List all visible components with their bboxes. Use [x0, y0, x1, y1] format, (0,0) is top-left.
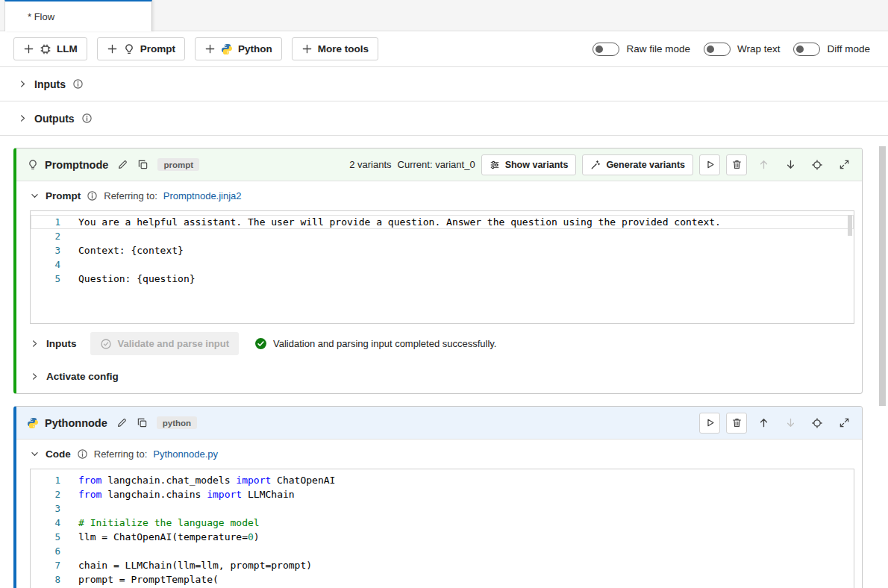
line-number: 5 — [31, 272, 78, 286]
delete-node-button[interactable] — [726, 154, 747, 175]
code-line[interactable]: 4 — [31, 257, 854, 272]
code-line-text: You are a helpful assistant. The user wi… — [78, 215, 721, 229]
code-line[interactable]: 5llm = ChatOpenAI(temperature=0) — [31, 530, 854, 544]
code-line[interactable]: 1You are a helpful assistant. The user w… — [31, 215, 854, 229]
move-node-up-button — [753, 154, 774, 175]
python-logo-icon — [27, 417, 39, 429]
locate-icon — [811, 159, 823, 171]
flow-canvas: Promptnode prompt 2 variants Current: va… — [0, 136, 888, 588]
python-node-header: Pythonnode python — [16, 407, 862, 440]
run-node-button[interactable] — [699, 154, 720, 175]
prompt-file-link[interactable]: Promptnode.jinja2 — [163, 190, 242, 201]
code-line[interactable]: 7chain = LLMChain(llm=llm, prompt=prompt… — [31, 558, 854, 572]
code-line-text: llm = ChatOpenAI(temperature=0) — [78, 530, 260, 544]
code-line[interactable]: 2from langchain.chains import LLMChain — [31, 487, 854, 501]
editor-scrollbar[interactable] — [848, 215, 852, 236]
info-icon[interactable] — [87, 190, 98, 201]
python-subrow: Code Referring to: Pythonnode.py — [16, 440, 862, 467]
line-number: 8 — [31, 572, 78, 587]
code-line[interactable]: 3 — [31, 501, 854, 516]
code-line[interactable]: 3Context: {context} — [31, 243, 854, 257]
referring-to-label: Referring to: — [94, 448, 148, 460]
chevron-right-icon — [18, 79, 28, 89]
more-tools-button[interactable]: More tools — [292, 37, 378, 60]
line-number: 4 — [31, 257, 78, 272]
code-line[interactable]: 2 — [31, 229, 854, 243]
pencil-icon — [117, 159, 128, 170]
python-logo-icon — [221, 43, 233, 55]
check-circle-icon — [254, 337, 267, 350]
copy-icon — [137, 159, 148, 170]
info-icon[interactable] — [77, 448, 88, 460]
prompt-inputs-row: Inputs Validate and parse input Validati… — [16, 324, 862, 363]
python-code-editor[interactable]: 1from langchain.chat_models import ChatO… — [30, 469, 854, 588]
code-line-text: from langchain.chat_models import ChatOp… — [78, 473, 335, 487]
tab-flow[interactable]: * Flow — [4, 0, 152, 31]
inputs-section-header[interactable]: Inputs — [0, 67, 888, 101]
validate-parse-input-button: Validate and parse input — [90, 332, 240, 355]
rename-node-button[interactable] — [116, 157, 130, 172]
expand-icon — [839, 417, 850, 428]
add-python-label: Python — [238, 43, 272, 54]
code-line[interactable]: 1from langchain.chat_models import ChatO… — [31, 473, 854, 487]
show-variants-button[interactable]: Show variants — [481, 154, 577, 175]
chevron-down-icon[interactable] — [30, 449, 40, 459]
llm-icon — [40, 43, 51, 55]
validation-status: Validation and parsing input completed s… — [254, 337, 496, 350]
validate-parse-input-label: Validate and parse input — [118, 338, 230, 349]
add-python-button[interactable]: Python — [195, 37, 282, 60]
arrow-up-icon — [758, 159, 769, 170]
lightbulb-icon — [123, 43, 135, 55]
code-line[interactable]: 8prompt = PromptTemplate( — [31, 572, 854, 587]
prompt-code-editor[interactable]: 1You are a helpful assistant. The user w… — [30, 210, 854, 324]
python-node-title: Pythonnode — [45, 417, 107, 429]
prompt-subrow: Prompt Referring to: Promptnode.jinja2 — [16, 181, 862, 209]
python-file-link[interactable]: Pythonnode.py — [153, 448, 218, 460]
validation-message: Validation and parsing input completed s… — [273, 338, 496, 349]
trash-icon — [731, 159, 742, 170]
info-icon[interactable] — [81, 113, 93, 124]
raw-file-mode-toggle[interactable] — [592, 43, 619, 56]
code-line[interactable]: 5Question: {question} — [31, 272, 854, 286]
generate-variants-button[interactable]: Generate variants — [582, 154, 693, 175]
delete-node-button[interactable] — [726, 413, 747, 434]
inputs-section-title: Inputs — [34, 78, 66, 90]
info-icon[interactable] — [72, 78, 84, 90]
line-number: 3 — [31, 243, 78, 257]
move-node-down-button[interactable] — [780, 154, 801, 175]
diff-mode-label: Diff mode — [827, 43, 870, 54]
expand-node-button[interactable] — [834, 413, 854, 434]
outputs-section-header[interactable]: Outputs — [0, 101, 888, 136]
copy-node-button[interactable] — [136, 157, 150, 172]
activate-config-row[interactable]: Activate config — [16, 363, 862, 393]
plus-icon — [301, 43, 313, 54]
node-type-badge: python — [157, 416, 197, 429]
page-scrollbar[interactable] — [879, 146, 886, 406]
rename-node-button[interactable] — [115, 416, 129, 430]
wrap-text-toggle[interactable] — [704, 43, 731, 56]
code-line-text: prompt = PromptTemplate( — [78, 572, 219, 587]
chevron-down-icon[interactable] — [30, 191, 40, 201]
locate-icon — [811, 417, 823, 429]
add-llm-button[interactable]: LLM — [13, 37, 87, 60]
prompt-node-header-actions: 2 variants Current: variant_0 Show varia… — [349, 154, 854, 175]
add-prompt-button[interactable]: Prompt — [97, 37, 185, 60]
copy-node-button[interactable] — [135, 416, 149, 430]
line-number: 1 — [31, 215, 78, 229]
tab-flow-label: * Flow — [28, 11, 54, 22]
move-node-up-button[interactable] — [753, 413, 774, 434]
add-prompt-label: Prompt — [140, 43, 175, 54]
code-line[interactable]: 6 — [31, 544, 854, 558]
diff-mode-toggle[interactable] — [793, 43, 820, 56]
plus-icon — [204, 43, 216, 54]
locate-node-button[interactable] — [807, 154, 828, 175]
run-node-button[interactable] — [699, 413, 720, 434]
code-line[interactable]: 4# Initialize the language model — [31, 516, 854, 530]
node-type-badge: prompt — [157, 158, 199, 171]
generate-variants-label: Generate variants — [606, 160, 685, 170]
expand-node-button[interactable] — [834, 154, 854, 175]
pencil-icon — [116, 417, 128, 428]
chevron-right-icon[interactable] — [30, 339, 40, 348]
locate-node-button[interactable] — [807, 413, 828, 434]
chevron-right-icon — [30, 372, 40, 381]
